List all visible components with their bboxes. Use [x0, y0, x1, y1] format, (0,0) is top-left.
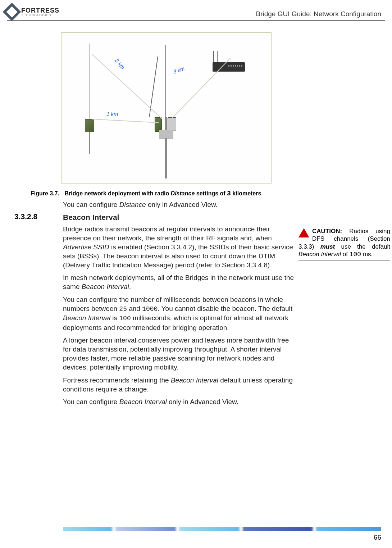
- logo-icon: [3, 3, 21, 21]
- body-text: Bridge radios transmit beacons at regula…: [63, 225, 295, 410]
- distance-label-2: 2 km: [114, 58, 126, 71]
- logo-text-group: FORTRESS TECHNOLOGIES: [21, 7, 59, 17]
- paragraph-6: You can configure Beacon Interval only i…: [63, 397, 295, 406]
- caution-label: CAUTION:: [312, 228, 342, 235]
- paragraph-4: A longer beacon interval conserves power…: [63, 336, 295, 372]
- figure-caption: Figure 3.7. Bridge network deployment wi…: [16, 190, 261, 197]
- distance-label-1: 1 km: [106, 111, 118, 117]
- logo-sub-text: TECHNOLOGIES: [21, 14, 59, 17]
- section-number: 3.3.2.8: [14, 212, 37, 221]
- page-header-title: Bridge GUI Guide: Network Configuration: [256, 10, 382, 18]
- page-number: 66: [374, 534, 381, 542]
- logo-main-text: FORTRESS: [21, 7, 59, 14]
- svg-line-1: [92, 54, 162, 119]
- header-rule: [7, 20, 385, 21]
- paragraph-3: You can configure the number of millisec…: [63, 295, 295, 332]
- paragraph-distance-advanced: You can configure Distance only in Advan…: [63, 200, 295, 209]
- paragraph-2: In mesh network deployments, all of the …: [63, 273, 295, 291]
- brand-logo: FORTRESS TECHNOLOGIES: [5, 5, 59, 18]
- caution-divider: [298, 261, 390, 261]
- section-heading: Beacon Interval: [63, 212, 295, 225]
- paragraph-1: Bridge radios transmit beacons at regula…: [63, 225, 295, 270]
- svg-line-0: [92, 119, 159, 123]
- figure-number: Figure 3.7.: [16, 190, 59, 197]
- paragraph-5: Fortress recommends retaining the Beacon…: [63, 376, 295, 394]
- footer-decoration: [63, 527, 381, 531]
- caution-note: CAUTION: Radios using DFS channels (Sect…: [298, 227, 390, 261]
- caution-icon: [298, 228, 310, 238]
- figure-caption-text: Bridge network deployment with radio Dis…: [64, 190, 261, 196]
- figure-illustration: 1 km 2 km 3 km: [61, 32, 272, 184]
- section-title: Beacon Interval: [63, 212, 295, 222]
- distance-label-3: 3 km: [172, 65, 185, 75]
